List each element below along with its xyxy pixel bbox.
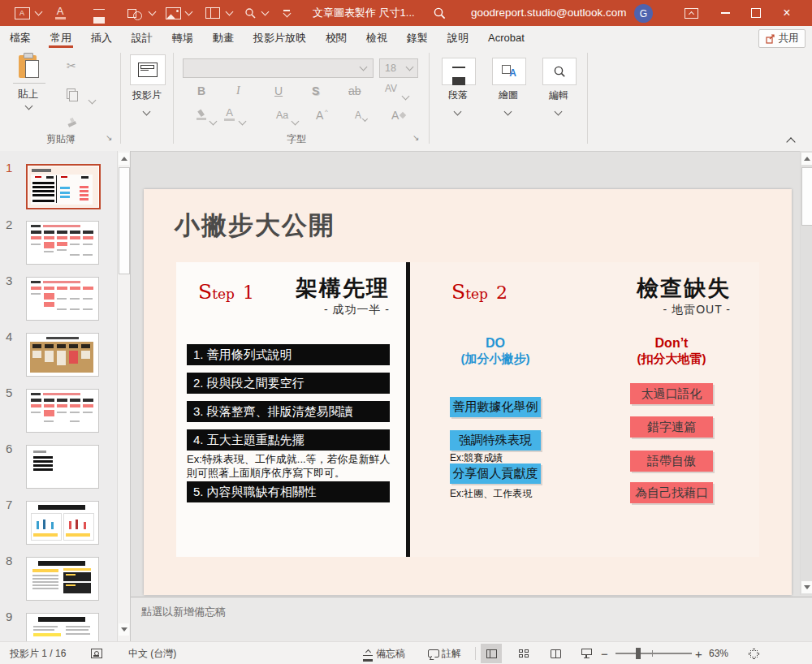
chevron-down-icon[interactable] xyxy=(33,0,43,26)
close-button[interactable]: × xyxy=(773,0,801,26)
ribbon-display-options-icon[interactable] xyxy=(680,0,702,26)
chevron-down-icon[interactable] xyxy=(260,0,270,26)
step1-heading[interactable]: 架構先理 xyxy=(227,274,390,303)
step2-heading[interactable]: 檢查缺失 xyxy=(568,274,731,303)
scrollbar-thumb[interactable] xyxy=(801,167,812,226)
tab-help[interactable]: 說明 xyxy=(438,26,478,50)
scroll-down-button[interactable] xyxy=(119,623,129,636)
editing-label[interactable]: 編輯 xyxy=(534,88,583,102)
do-item-3[interactable]: 分享個人貢獻度 xyxy=(450,464,541,484)
notes-toggle[interactable]: 備忘稿 xyxy=(363,642,405,664)
chevron-down-icon[interactable] xyxy=(505,103,511,118)
more-commands-icon[interactable] xyxy=(279,0,294,26)
new-slide-button[interactable] xyxy=(130,54,166,85)
chevron-down-icon[interactable] xyxy=(403,88,408,102)
cut-icon[interactable]: ✂ xyxy=(67,59,76,72)
step1-subheading[interactable]: - 成功一半 - xyxy=(227,303,390,317)
comments-toggle[interactable]: 註解 xyxy=(428,642,461,664)
slide-thumbnail-1[interactable] xyxy=(26,164,101,209)
text-box-icon[interactable]: A xyxy=(11,0,32,26)
zoom-in-button[interactable]: + xyxy=(695,642,702,664)
chevron-down-icon[interactable] xyxy=(89,92,95,106)
notes-placeholder[interactable]: 點選以新增備忘稿 xyxy=(141,605,226,619)
zoom-slider-track[interactable] xyxy=(615,653,692,654)
share-button[interactable]: 共用 xyxy=(758,29,806,48)
dont-item-2[interactable]: 錯字連篇 xyxy=(630,416,713,438)
slides-label[interactable]: 投影片 xyxy=(123,88,171,102)
normal-view-button[interactable] xyxy=(481,644,502,663)
slide-thumbnail-7[interactable] xyxy=(26,501,99,545)
do-item-3-note[interactable]: Ex:社團、工作表現 xyxy=(450,487,532,501)
accessibility-icon[interactable] xyxy=(91,642,102,664)
picture-icon[interactable] xyxy=(162,0,184,26)
strikethrough-button[interactable]: ab xyxy=(348,84,361,97)
avatar[interactable]: G xyxy=(634,4,653,23)
list-item-4-note[interactable]: Ex:特殊表現、工作成就...等，若你是新鮮人則可照著上面順序依序寫下即可。 xyxy=(187,452,393,480)
dont-item-1[interactable]: 太過口語化 xyxy=(630,383,713,404)
drawing-button[interactable]: A xyxy=(492,58,526,85)
chevron-down-icon[interactable] xyxy=(555,103,561,118)
font-name-combobox[interactable] xyxy=(183,58,374,78)
font-size-combobox[interactable]: 18 xyxy=(379,58,418,78)
list-item-4[interactable]: 4. 五大主題重點先擺 xyxy=(187,429,390,451)
paragraph-label[interactable]: 段落 xyxy=(434,88,482,102)
thumbnail-scrollbar[interactable] xyxy=(117,151,130,641)
chevron-down-icon[interactable] xyxy=(147,0,157,26)
slide-sorter-button[interactable] xyxy=(513,644,534,663)
tab-review[interactable]: 校閱 xyxy=(316,26,356,50)
character-spacing-button[interactable]: AV xyxy=(385,83,397,94)
tab-transitions[interactable]: 轉場 xyxy=(162,26,203,50)
slide-thumbnail-9[interactable] xyxy=(26,613,99,641)
underline-button[interactable]: U xyxy=(274,84,283,97)
dont-subtitle[interactable]: (扣分大地雷) xyxy=(598,351,745,366)
align-icon[interactable] xyxy=(89,0,109,26)
account-email[interactable]: goodreport.studio@outlook.com xyxy=(471,0,627,26)
zoom-slider-thumb[interactable] xyxy=(636,648,641,659)
editing-button[interactable] xyxy=(542,58,577,85)
clear-formatting-button[interactable]: A xyxy=(391,109,399,122)
search-icon[interactable] xyxy=(429,0,450,26)
ink-icon[interactable] xyxy=(240,0,260,26)
shrink-font-button[interactable]: A xyxy=(355,110,361,121)
minimize-button[interactable] xyxy=(711,0,739,26)
dont-item-3[interactable]: 語帶自傲 xyxy=(630,451,713,472)
zoom-level[interactable]: 63% xyxy=(709,642,728,664)
reading-view-button[interactable] xyxy=(545,644,566,663)
scroll-down-button[interactable] xyxy=(801,581,812,593)
tab-file[interactable]: 檔案 xyxy=(0,26,41,50)
collapse-ribbon-button[interactable] xyxy=(788,134,794,149)
slideshow-button[interactable] xyxy=(576,644,597,663)
slide-title[interactable]: 小撇步大公開 xyxy=(175,209,335,243)
list-item-3[interactable]: 3. 段落整齊、排版清楚易閱讀 xyxy=(187,401,390,422)
chevron-down-icon[interactable] xyxy=(292,113,298,127)
tab-view[interactable]: 檢視 xyxy=(356,26,397,50)
list-item-2[interactable]: 2. 段與段之間要空行 xyxy=(187,373,390,394)
tab-animations[interactable]: 動畫 xyxy=(203,26,244,50)
format-painter-icon[interactable] xyxy=(65,116,78,132)
font-color-icon[interactable]: A xyxy=(50,0,70,26)
chevron-down-icon[interactable] xyxy=(224,0,234,26)
scroll-up-button[interactable] xyxy=(119,153,129,165)
editor-scrollbar[interactable] xyxy=(800,151,812,595)
step2-subheading[interactable]: - 地雷OUT - xyxy=(568,303,731,317)
tab-home[interactable]: 常用 xyxy=(41,26,81,50)
highlight-color-icon[interactable] xyxy=(195,108,208,124)
list-item-5[interactable]: 5. 內容與職缺有相關性 xyxy=(187,481,390,502)
zoom-out-button[interactable]: − xyxy=(601,642,608,664)
chevron-down-icon[interactable] xyxy=(455,103,460,118)
slide-thumbnail-5[interactable] xyxy=(26,389,99,433)
scroll-up-button[interactable] xyxy=(801,153,812,165)
do-item-1[interactable]: 善用數據化舉例 xyxy=(450,397,541,417)
slide-thumbnail-4[interactable] xyxy=(26,333,99,377)
step2-label[interactable]: Step2 xyxy=(451,280,508,304)
scrollbar-thumb[interactable] xyxy=(119,167,130,274)
change-case-button[interactable]: Aa xyxy=(276,110,288,121)
shapes-icon[interactable] xyxy=(124,0,145,26)
slide-counter[interactable]: 投影片 1 / 16 xyxy=(10,642,66,664)
slide-thumbnail-6[interactable] xyxy=(26,445,99,489)
do-item-2[interactable]: 強調特殊表現 xyxy=(450,430,541,451)
text-shadow-button[interactable]: S xyxy=(312,84,319,97)
chevron-down-icon[interactable] xyxy=(240,113,245,127)
grow-font-button[interactable]: A xyxy=(316,109,323,122)
tab-record[interactable]: 錄製 xyxy=(397,26,438,50)
